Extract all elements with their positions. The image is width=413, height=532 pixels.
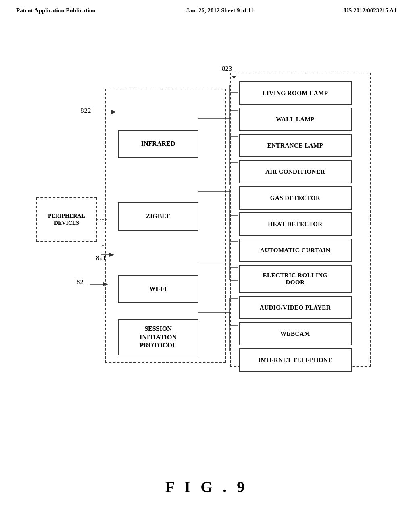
wifi-box: WI-FI [118, 275, 198, 303]
entrance-lamp-label: ENTRANCE LAMP [267, 142, 323, 149]
air-conditioner-box: AIR CONDITIONER [239, 160, 352, 183]
webcam-label: WEBCAM [280, 330, 310, 337]
electric-rolling-door-label: ELECTRIC ROLLINGDOOR [263, 272, 328, 286]
webcam-box: WEBCAM [239, 322, 352, 345]
outer-protocol-box: INFRARED ZIGBEE WI-FI SESSIONINITIATIONP… [105, 89, 226, 363]
peripheral-devices-box: PERIPHERAL DEVICES [36, 197, 97, 242]
automatic-curtain-box: AUTOMATIC CURTAIN [239, 239, 352, 262]
infrared-box: INFRARED [118, 130, 198, 158]
figure-caption: F I G . 9 [0, 478, 413, 496]
device-list-box: LIVING ROOM LAMP WALL LAMP ENTRANCE LAMP… [230, 73, 371, 367]
gas-detector-box: GAS DETECTOR [239, 186, 352, 210]
publication-label: Patent Application Publication [16, 7, 96, 14]
internet-telephone-box: INTERNET TELEPHONE [239, 348, 352, 372]
diagram-area: 823 822 PERIPHERAL DEVICES INFRARED ZIGB… [24, 64, 387, 395]
audio-video-player-box: AUDIO/VIDEO PLAYER [239, 296, 352, 319]
audio-video-player-label: AUDIO/VIDEO PLAYER [260, 304, 331, 311]
sip-box: SESSIONINITIATIONPROTOCOL [118, 319, 198, 355]
automatic-curtain-label: AUTOMATIC CURTAIN [260, 247, 330, 254]
air-conditioner-label: AIR CONDITIONER [265, 168, 325, 175]
wifi-label: WI-FI [149, 285, 167, 293]
patent-number-label: US 2012/0023215 A1 [344, 7, 397, 14]
peripheral-devices-label: PERIPHERAL DEVICES [37, 212, 96, 227]
living-room-lamp-box: LIVING ROOM LAMP [239, 81, 352, 105]
label-82: 82 [77, 278, 83, 286]
date-sheet-label: Jan. 26, 2012 Sheet 9 of 11 [186, 7, 254, 14]
living-room-lamp-label: LIVING ROOM LAMP [263, 90, 328, 97]
wall-lamp-label: WALL LAMP [276, 116, 315, 123]
internet-telephone-label: INTERNET TELEPHONE [258, 357, 332, 364]
electric-rolling-door-box: ELECTRIC ROLLINGDOOR [239, 265, 352, 293]
label-821: 821 [96, 254, 106, 262]
label-822: 822 [81, 107, 91, 115]
wall-lamp-box: WALL LAMP [239, 108, 352, 131]
zigbee-label: ZIGBEE [146, 212, 170, 221]
entrance-lamp-box: ENTRANCE LAMP [239, 134, 352, 157]
label-823: 823 [222, 64, 232, 73]
sip-label: SESSIONINITIATIONPROTOCOL [140, 325, 177, 350]
heat-detector-box: HEAT DETECTOR [239, 212, 352, 236]
gas-detector-label: GAS DETECTOR [270, 195, 321, 202]
infrared-label: INFRARED [141, 140, 175, 148]
zigbee-box: ZIGBEE [118, 202, 198, 231]
heat-detector-label: HEAT DETECTOR [268, 221, 322, 228]
